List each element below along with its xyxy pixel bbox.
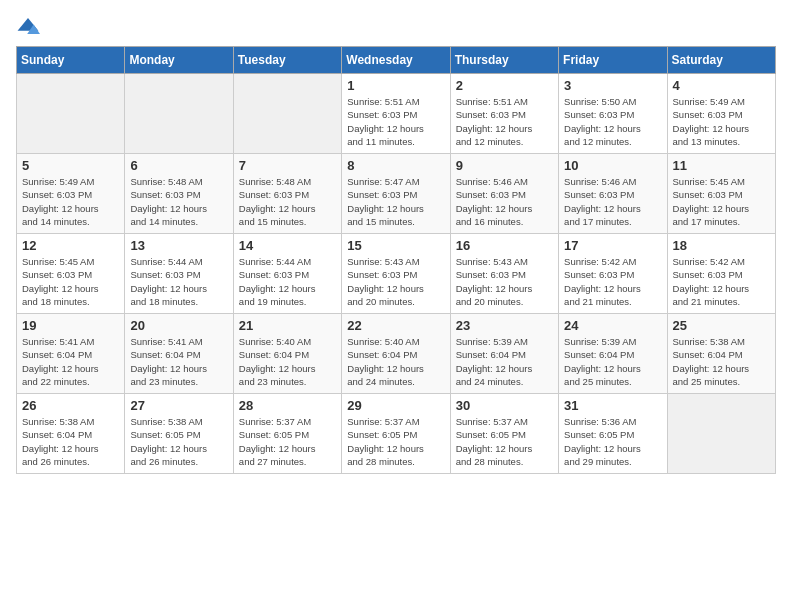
day-info: Sunrise: 5:48 AM Sunset: 6:03 PM Dayligh… bbox=[239, 175, 336, 228]
day-info: Sunrise: 5:39 AM Sunset: 6:04 PM Dayligh… bbox=[564, 335, 661, 388]
calendar-cell bbox=[125, 74, 233, 154]
calendar-cell: 17Sunrise: 5:42 AM Sunset: 6:03 PM Dayli… bbox=[559, 234, 667, 314]
calendar-cell: 4Sunrise: 5:49 AM Sunset: 6:03 PM Daylig… bbox=[667, 74, 775, 154]
day-number: 4 bbox=[673, 78, 770, 93]
day-number: 9 bbox=[456, 158, 553, 173]
calendar-cell: 1Sunrise: 5:51 AM Sunset: 6:03 PM Daylig… bbox=[342, 74, 450, 154]
calendar-header bbox=[16, 16, 776, 36]
weekday-header-saturday: Saturday bbox=[667, 47, 775, 74]
day-number: 6 bbox=[130, 158, 227, 173]
day-info: Sunrise: 5:45 AM Sunset: 6:03 PM Dayligh… bbox=[22, 255, 119, 308]
calendar-cell bbox=[17, 74, 125, 154]
day-number: 11 bbox=[673, 158, 770, 173]
day-info: Sunrise: 5:51 AM Sunset: 6:03 PM Dayligh… bbox=[456, 95, 553, 148]
calendar-cell: 24Sunrise: 5:39 AM Sunset: 6:04 PM Dayli… bbox=[559, 314, 667, 394]
weekday-header-thursday: Thursday bbox=[450, 47, 558, 74]
day-number: 8 bbox=[347, 158, 444, 173]
day-number: 14 bbox=[239, 238, 336, 253]
day-info: Sunrise: 5:44 AM Sunset: 6:03 PM Dayligh… bbox=[130, 255, 227, 308]
day-info: Sunrise: 5:40 AM Sunset: 6:04 PM Dayligh… bbox=[347, 335, 444, 388]
calendar-cell: 23Sunrise: 5:39 AM Sunset: 6:04 PM Dayli… bbox=[450, 314, 558, 394]
day-number: 19 bbox=[22, 318, 119, 333]
day-number: 15 bbox=[347, 238, 444, 253]
day-info: Sunrise: 5:50 AM Sunset: 6:03 PM Dayligh… bbox=[564, 95, 661, 148]
day-number: 10 bbox=[564, 158, 661, 173]
calendar-cell: 10Sunrise: 5:46 AM Sunset: 6:03 PM Dayli… bbox=[559, 154, 667, 234]
day-number: 26 bbox=[22, 398, 119, 413]
calendar-cell: 16Sunrise: 5:43 AM Sunset: 6:03 PM Dayli… bbox=[450, 234, 558, 314]
day-info: Sunrise: 5:37 AM Sunset: 6:05 PM Dayligh… bbox=[239, 415, 336, 468]
calendar-cell: 31Sunrise: 5:36 AM Sunset: 6:05 PM Dayli… bbox=[559, 394, 667, 474]
day-info: Sunrise: 5:38 AM Sunset: 6:05 PM Dayligh… bbox=[130, 415, 227, 468]
day-info: Sunrise: 5:47 AM Sunset: 6:03 PM Dayligh… bbox=[347, 175, 444, 228]
day-number: 28 bbox=[239, 398, 336, 413]
calendar-cell: 25Sunrise: 5:38 AM Sunset: 6:04 PM Dayli… bbox=[667, 314, 775, 394]
calendar-week-row: 1Sunrise: 5:51 AM Sunset: 6:03 PM Daylig… bbox=[17, 74, 776, 154]
calendar-cell: 2Sunrise: 5:51 AM Sunset: 6:03 PM Daylig… bbox=[450, 74, 558, 154]
calendar-cell: 5Sunrise: 5:49 AM Sunset: 6:03 PM Daylig… bbox=[17, 154, 125, 234]
day-number: 5 bbox=[22, 158, 119, 173]
calendar-cell bbox=[233, 74, 341, 154]
day-info: Sunrise: 5:39 AM Sunset: 6:04 PM Dayligh… bbox=[456, 335, 553, 388]
weekday-header-tuesday: Tuesday bbox=[233, 47, 341, 74]
calendar-cell: 27Sunrise: 5:38 AM Sunset: 6:05 PM Dayli… bbox=[125, 394, 233, 474]
day-number: 31 bbox=[564, 398, 661, 413]
day-number: 7 bbox=[239, 158, 336, 173]
calendar-cell: 11Sunrise: 5:45 AM Sunset: 6:03 PM Dayli… bbox=[667, 154, 775, 234]
day-number: 18 bbox=[673, 238, 770, 253]
calendar-cell: 3Sunrise: 5:50 AM Sunset: 6:03 PM Daylig… bbox=[559, 74, 667, 154]
calendar-cell bbox=[667, 394, 775, 474]
day-info: Sunrise: 5:44 AM Sunset: 6:03 PM Dayligh… bbox=[239, 255, 336, 308]
day-number: 27 bbox=[130, 398, 227, 413]
calendar-cell: 21Sunrise: 5:40 AM Sunset: 6:04 PM Dayli… bbox=[233, 314, 341, 394]
weekday-header-sunday: Sunday bbox=[17, 47, 125, 74]
day-info: Sunrise: 5:49 AM Sunset: 6:03 PM Dayligh… bbox=[673, 95, 770, 148]
day-number: 21 bbox=[239, 318, 336, 333]
day-info: Sunrise: 5:41 AM Sunset: 6:04 PM Dayligh… bbox=[130, 335, 227, 388]
day-number: 20 bbox=[130, 318, 227, 333]
day-info: Sunrise: 5:49 AM Sunset: 6:03 PM Dayligh… bbox=[22, 175, 119, 228]
day-info: Sunrise: 5:38 AM Sunset: 6:04 PM Dayligh… bbox=[22, 415, 119, 468]
calendar-cell: 30Sunrise: 5:37 AM Sunset: 6:05 PM Dayli… bbox=[450, 394, 558, 474]
day-info: Sunrise: 5:46 AM Sunset: 6:03 PM Dayligh… bbox=[564, 175, 661, 228]
calendar-week-row: 5Sunrise: 5:49 AM Sunset: 6:03 PM Daylig… bbox=[17, 154, 776, 234]
calendar-cell: 19Sunrise: 5:41 AM Sunset: 6:04 PM Dayli… bbox=[17, 314, 125, 394]
calendar-cell: 14Sunrise: 5:44 AM Sunset: 6:03 PM Dayli… bbox=[233, 234, 341, 314]
day-number: 24 bbox=[564, 318, 661, 333]
day-number: 1 bbox=[347, 78, 444, 93]
day-number: 2 bbox=[456, 78, 553, 93]
day-info: Sunrise: 5:48 AM Sunset: 6:03 PM Dayligh… bbox=[130, 175, 227, 228]
calendar-cell: 29Sunrise: 5:37 AM Sunset: 6:05 PM Dayli… bbox=[342, 394, 450, 474]
day-info: Sunrise: 5:38 AM Sunset: 6:04 PM Dayligh… bbox=[673, 335, 770, 388]
calendar-cell: 26Sunrise: 5:38 AM Sunset: 6:04 PM Dayli… bbox=[17, 394, 125, 474]
day-info: Sunrise: 5:42 AM Sunset: 6:03 PM Dayligh… bbox=[673, 255, 770, 308]
calendar-cell: 8Sunrise: 5:47 AM Sunset: 6:03 PM Daylig… bbox=[342, 154, 450, 234]
day-number: 13 bbox=[130, 238, 227, 253]
weekday-header-wednesday: Wednesday bbox=[342, 47, 450, 74]
day-info: Sunrise: 5:42 AM Sunset: 6:03 PM Dayligh… bbox=[564, 255, 661, 308]
calendar-cell: 18Sunrise: 5:42 AM Sunset: 6:03 PM Dayli… bbox=[667, 234, 775, 314]
weekday-header-row: SundayMondayTuesdayWednesdayThursdayFrid… bbox=[17, 47, 776, 74]
calendar-cell: 12Sunrise: 5:45 AM Sunset: 6:03 PM Dayli… bbox=[17, 234, 125, 314]
calendar-cell: 15Sunrise: 5:43 AM Sunset: 6:03 PM Dayli… bbox=[342, 234, 450, 314]
day-number: 30 bbox=[456, 398, 553, 413]
logo-icon bbox=[16, 16, 40, 36]
day-number: 22 bbox=[347, 318, 444, 333]
day-info: Sunrise: 5:40 AM Sunset: 6:04 PM Dayligh… bbox=[239, 335, 336, 388]
day-info: Sunrise: 5:41 AM Sunset: 6:04 PM Dayligh… bbox=[22, 335, 119, 388]
day-info: Sunrise: 5:45 AM Sunset: 6:03 PM Dayligh… bbox=[673, 175, 770, 228]
weekday-header-friday: Friday bbox=[559, 47, 667, 74]
day-info: Sunrise: 5:51 AM Sunset: 6:03 PM Dayligh… bbox=[347, 95, 444, 148]
calendar-cell: 13Sunrise: 5:44 AM Sunset: 6:03 PM Dayli… bbox=[125, 234, 233, 314]
day-number: 17 bbox=[564, 238, 661, 253]
day-info: Sunrise: 5:43 AM Sunset: 6:03 PM Dayligh… bbox=[347, 255, 444, 308]
calendar-table: SundayMondayTuesdayWednesdayThursdayFrid… bbox=[16, 46, 776, 474]
day-info: Sunrise: 5:43 AM Sunset: 6:03 PM Dayligh… bbox=[456, 255, 553, 308]
day-info: Sunrise: 5:36 AM Sunset: 6:05 PM Dayligh… bbox=[564, 415, 661, 468]
day-number: 16 bbox=[456, 238, 553, 253]
calendar-cell: 22Sunrise: 5:40 AM Sunset: 6:04 PM Dayli… bbox=[342, 314, 450, 394]
calendar-body: 1Sunrise: 5:51 AM Sunset: 6:03 PM Daylig… bbox=[17, 74, 776, 474]
day-info: Sunrise: 5:37 AM Sunset: 6:05 PM Dayligh… bbox=[456, 415, 553, 468]
logo bbox=[16, 16, 44, 36]
weekday-header-monday: Monday bbox=[125, 47, 233, 74]
